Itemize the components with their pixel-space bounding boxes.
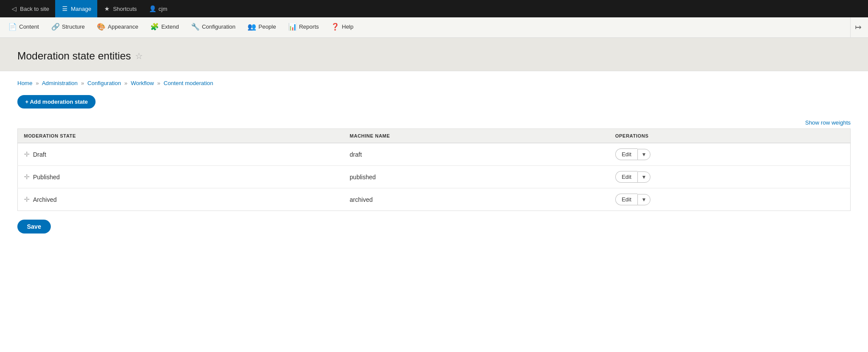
nav-extend-label: Extend xyxy=(161,23,178,30)
extend-icon: 🧩 xyxy=(150,23,159,31)
cell-machine-name: published xyxy=(343,166,609,188)
save-button[interactable]: Save xyxy=(17,220,51,234)
manage-label: Manage xyxy=(71,6,91,12)
nav-item-structure[interactable]: 🔗 Structure xyxy=(45,17,91,37)
star-icon: ★ xyxy=(103,5,110,12)
admin-bar: ◁ Back to site ☰ Manage ★ Shortcuts 👤 cj… xyxy=(0,0,868,17)
nav-item-configuration[interactable]: 🔧 Configuration xyxy=(185,17,241,37)
appearance-icon: 🎨 xyxy=(97,23,106,31)
table-row: ✛Publishedpublished Edit ▼ xyxy=(18,166,851,188)
table-header: MODERATION STATE MACHINE NAME OPERATIONS xyxy=(18,129,851,143)
back-to-site-label: Back to site xyxy=(20,6,49,12)
nav-item-help[interactable]: ❓ Help xyxy=(325,17,360,37)
cell-operations: Edit ▼ xyxy=(609,143,851,166)
page-title: Moderation state entities ☆ xyxy=(17,50,851,62)
nav-appearance-label: Appearance xyxy=(108,23,138,30)
nav-item-people[interactable]: 👥 People xyxy=(241,17,282,37)
table-row: ✛Draftdraft Edit ▼ xyxy=(18,143,851,166)
cell-moderation-state: ✛Draft xyxy=(18,143,344,166)
cell-machine-name: draft xyxy=(343,143,609,166)
nav-configuration-label: Configuration xyxy=(202,23,235,30)
breadcrumb-administration[interactable]: Administration xyxy=(42,80,77,86)
table-header-row: MODERATION STATE MACHINE NAME OPERATIONS xyxy=(18,129,851,143)
nav-reports-label: Reports xyxy=(299,23,319,30)
cell-moderation-state: ✛Archived xyxy=(18,188,344,211)
content-icon: 📄 xyxy=(8,23,17,31)
table-row: ✛Archivedarchived Edit ▼ xyxy=(18,188,851,211)
nav-spacer xyxy=(360,17,850,37)
edit-button-published[interactable]: Edit xyxy=(615,171,637,183)
nav-help-label: Help xyxy=(342,23,353,30)
table-body: ✛Draftdraft Edit ▼ ✛Publishedpublished E… xyxy=(18,143,851,211)
shortcuts-link[interactable]: ★ Shortcuts xyxy=(97,0,143,17)
user-label: cjm xyxy=(158,6,167,12)
state-name: Published xyxy=(33,174,60,181)
help-icon: ❓ xyxy=(331,23,340,31)
nav-item-content[interactable]: 📄 Content xyxy=(2,17,45,37)
nav-people-label: People xyxy=(258,23,276,30)
user-icon: 👤 xyxy=(149,5,156,12)
reports-icon: 📊 xyxy=(288,23,297,31)
back-to-site-link[interactable]: ◁ Back to site xyxy=(4,0,55,17)
breadcrumb-sep-1: » xyxy=(36,80,39,86)
breadcrumb: Home » Administration » Configuration » … xyxy=(17,80,851,86)
main-content: Home » Administration » Configuration » … xyxy=(0,71,868,251)
menu-icon: ☰ xyxy=(61,5,68,12)
col-moderation-state: MODERATION STATE xyxy=(18,129,344,143)
breadcrumb-sep-4: » xyxy=(157,80,160,86)
page-header: Moderation state entities ☆ xyxy=(0,38,868,71)
edit-btn-group: Edit ▼ xyxy=(615,171,844,183)
breadcrumb-home[interactable]: Home xyxy=(17,80,33,86)
nav-structure-label: Structure xyxy=(62,23,85,30)
cell-operations: Edit ▼ xyxy=(609,188,851,211)
edit-dropdown-button-archived[interactable]: ▼ xyxy=(637,194,650,205)
edit-btn-group: Edit ▼ xyxy=(615,194,844,205)
nav-item-reports[interactable]: 📊 Reports xyxy=(282,17,325,37)
row-weights-section: Show row weights xyxy=(17,119,851,126)
breadcrumb-content-moderation[interactable]: Content moderation xyxy=(164,80,213,86)
moderation-states-table: MODERATION STATE MACHINE NAME OPERATIONS… xyxy=(17,128,851,211)
breadcrumb-sep-3: » xyxy=(124,80,127,86)
shortcuts-label: Shortcuts xyxy=(113,6,137,12)
manage-link[interactable]: ☰ Manage xyxy=(55,0,97,17)
drag-handle-icon[interactable]: ✛ xyxy=(24,173,30,181)
drag-handle-icon[interactable]: ✛ xyxy=(24,150,30,158)
structure-icon: 🔗 xyxy=(51,23,60,31)
nav-item-appearance[interactable]: 🎨 Appearance xyxy=(91,17,144,37)
breadcrumb-sep-2: » xyxy=(81,80,84,86)
nav-content-label: Content xyxy=(19,23,39,30)
drag-handle-icon[interactable]: ✛ xyxy=(24,195,30,204)
edit-dropdown-button-draft[interactable]: ▼ xyxy=(637,149,650,160)
breadcrumb-workflow[interactable]: Workflow xyxy=(131,80,154,86)
edit-dropdown-button-published[interactable]: ▼ xyxy=(637,171,650,183)
nav-item-extend[interactable]: 🧩 Extend xyxy=(144,17,185,37)
cell-moderation-state: ✛Published xyxy=(18,166,344,188)
show-row-weights-link[interactable]: Show row weights xyxy=(805,119,851,126)
user-link[interactable]: 👤 cjm xyxy=(143,0,173,17)
col-machine-name: MACHINE NAME xyxy=(343,129,609,143)
nav-collapse-button[interactable]: ↦ xyxy=(850,17,866,37)
cell-operations: Edit ▼ xyxy=(609,166,851,188)
add-moderation-state-button[interactable]: + Add moderation state xyxy=(17,95,96,109)
back-icon: ◁ xyxy=(10,5,17,12)
shortcut-star-icon[interactable]: ☆ xyxy=(135,51,143,61)
state-name: Draft xyxy=(33,151,46,158)
breadcrumb-configuration[interactable]: Configuration xyxy=(87,80,121,86)
cell-machine-name: archived xyxy=(343,188,609,211)
config-icon: 🔧 xyxy=(191,23,200,31)
col-operations: OPERATIONS xyxy=(609,129,851,143)
edit-button-draft[interactable]: Edit xyxy=(615,148,637,160)
state-name: Archived xyxy=(33,196,56,203)
people-icon: 👥 xyxy=(248,23,256,31)
secondary-nav: 📄 Content 🔗 Structure 🎨 Appearance 🧩 Ext… xyxy=(0,17,868,38)
edit-btn-group: Edit ▼ xyxy=(615,148,844,160)
edit-button-archived[interactable]: Edit xyxy=(615,194,637,205)
